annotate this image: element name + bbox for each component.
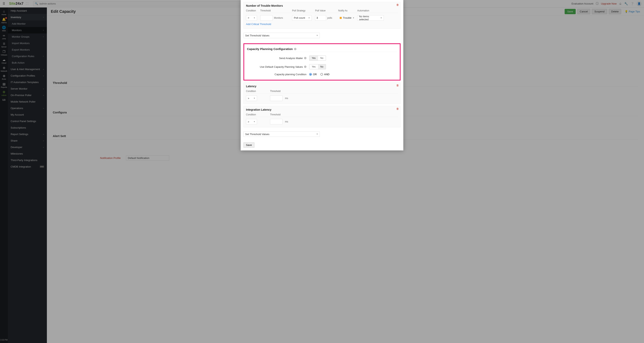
automation-dropdown[interactable]: No items selected▼ [357,15,384,21]
modal-save-button[interactable]: Save [244,142,254,148]
col-notify: Notify As [338,9,355,12]
radio-and[interactable]: AND [320,73,330,76]
col-condition: Condition [246,90,268,92]
radio-and-input[interactable] [320,73,323,76]
edit-modal: 🗑 Number of Trouble Monitors Condition T… [241,0,403,150]
condition-label: Capacity planning Condition [274,73,306,76]
ms-unit: ms [285,97,288,100]
monitors-unit: Monitors [274,16,283,19]
latency-threshold-input[interactable] [270,96,282,101]
polls-unit: polls [327,16,332,19]
ilatency-cond-dropdown[interactable]: >▼ [246,119,257,124]
info-icon[interactable]: i [294,48,296,50]
condition-dropdown[interactable]: >▼ [246,15,257,21]
col-threshold: Threshold [270,113,280,116]
trash-icon[interactable]: 🗑 [396,84,399,87]
trouble-title: Number of Trouble Monitors [246,4,398,7]
trash-icon[interactable]: 🗑 [396,3,399,6]
pollstrategy-dropdown[interactable]: Poll count▼ [292,15,312,21]
latency-cond-dropdown[interactable]: >▼ [246,96,257,101]
trouble-color-icon [340,17,342,19]
ms-unit: ms [285,120,288,123]
trouble-section: 🗑 Number of Trouble Monitors Condition T… [244,2,400,29]
trash-icon[interactable]: 🗑 [396,107,399,110]
info-icon[interactable]: i [304,66,306,68]
add-critical-link[interactable]: Add Critical Threshold [246,23,271,26]
mailer-toggle[interactable]: YesNo [309,56,326,61]
cpc-title: Capacity Planning Configuration [247,47,293,50]
radio-or-input[interactable] [309,73,312,76]
info-icon[interactable]: i [304,57,306,59]
set-threshold-dropdown-2[interactable]: Set Threshold Values▼ [244,131,320,137]
col-condition: Condition [246,9,258,12]
col-pollstrategy: Poll Strategy [292,9,313,12]
ilatency-title: Integration Latency [246,108,398,111]
integration-latency-section: 🗑 Integration Latency Condition Threshol… [244,106,400,128]
latency-section: 🗑 Latency Condition Threshold >▼ ms [244,82,400,104]
col-threshold: Threshold [260,9,290,12]
latency-title: Latency [246,85,398,88]
mailer-label: Send Analysis Mailer [279,57,303,60]
ilatency-threshold-input[interactable] [270,119,282,124]
set-threshold-dropdown-1[interactable]: Set Threshold Values▼ [244,33,320,38]
col-condition: Condition [246,113,268,116]
threshold-input[interactable] [260,15,273,21]
defaults-label: Use Default Capacity Planning Values [260,65,303,68]
radio-or[interactable]: OR [309,73,317,76]
pollvalue-input[interactable] [315,15,326,21]
notify-dropdown[interactable]: Trouble▼ [338,15,355,21]
col-pollvalue: Poll Value [315,9,336,12]
capacity-planning-config: Capacity Planning Configurationi Send An… [244,43,400,80]
col-automation: Automation [357,9,384,12]
col-threshold: Threshold [270,90,280,92]
defaults-toggle[interactable]: YesNo [309,64,326,69]
